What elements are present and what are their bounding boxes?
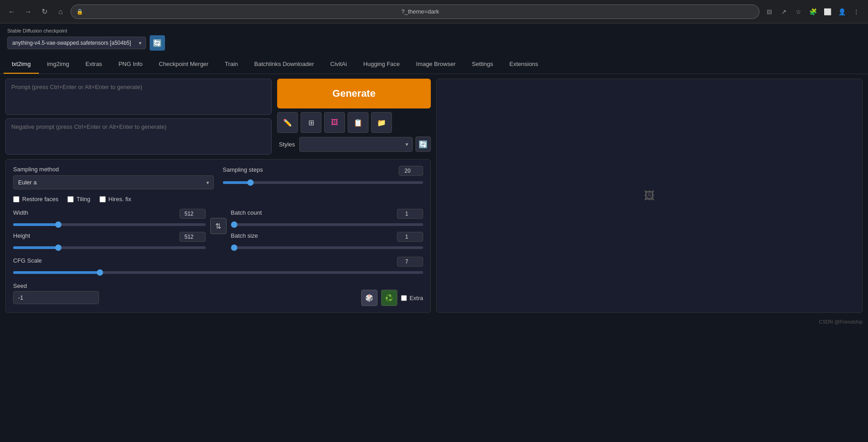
tab-img2img[interactable]: img2img xyxy=(39,55,77,74)
tab-batchlinks[interactable]: Batchlinks Downloader xyxy=(246,55,322,74)
browser-action-share[interactable]: ↗ xyxy=(778,5,790,18)
batch-count-header: Batch count xyxy=(231,209,424,219)
extra-input[interactable] xyxy=(401,295,407,301)
browser-chrome: ← → ↻ ⌂ 🔒 ?_theme=dark ⊟ ↗ ☆ 🧩 ⬜ 👤 ⋮ xyxy=(0,0,868,24)
sampling-steps-group: Sampling steps xyxy=(223,166,424,185)
cfg-slider[interactable] xyxy=(13,271,423,274)
clipboard-button[interactable]: 📋 xyxy=(348,112,368,133)
browser-action-translate[interactable]: ⊟ xyxy=(763,5,776,18)
styles-refresh-button[interactable]: 🔄 xyxy=(415,136,431,152)
generate-panel: Generate ✏️ ⊞ 🖼 📋 xyxy=(277,79,431,155)
browser-action-menu[interactable]: ⋮ xyxy=(850,5,863,18)
checkpoint-label: Stable Diffusion checkpoint xyxy=(7,28,165,33)
browser-action-window[interactable]: ⬜ xyxy=(821,5,834,18)
batch-size-label: Batch size xyxy=(231,232,258,239)
batch-count-slider[interactable] xyxy=(231,223,424,226)
tab-settings[interactable]: Settings xyxy=(464,55,501,74)
restore-faces-label: Restore faces xyxy=(22,196,58,202)
height-input[interactable] xyxy=(179,232,206,242)
tab-hugging-face[interactable]: Hugging Face xyxy=(355,55,408,74)
sampling-method-select[interactable]: Euler a Euler LMS Heun DPM2 DDIM PLMS xyxy=(13,175,214,189)
tiling-label: Tiling xyxy=(76,196,90,202)
seed-group: Seed xyxy=(13,282,358,304)
cfg-header: CFG Scale xyxy=(13,257,423,267)
extra-checkbox[interactable]: Extra xyxy=(401,295,423,301)
tab-txt2img[interactable]: txt2img xyxy=(4,55,39,74)
checkpoint-wrapper: anything-v4.5-vae-swapped.safetensors [a… xyxy=(7,37,146,49)
refresh-icon: 🔄 xyxy=(419,140,428,149)
tab-civitai[interactable]: CivitAi xyxy=(322,55,355,74)
folder-button[interactable]: 📁 xyxy=(371,112,392,133)
checkpoint-bar: Stable Diffusion checkpoint anything-v4.… xyxy=(0,24,868,55)
batch-count-label: Batch count xyxy=(231,209,262,216)
seed-dice-button[interactable]: 🎲 xyxy=(361,290,377,306)
styles-select[interactable] xyxy=(299,137,413,152)
batch-size-input[interactable] xyxy=(397,232,423,242)
prompts-column xyxy=(5,79,272,155)
seed-input[interactable] xyxy=(13,291,99,304)
tab-checkpoint-merger[interactable]: Checkpoint Merger xyxy=(151,55,217,74)
address-bar[interactable]: 🔒 ?_theme=dark xyxy=(71,5,760,19)
width-input[interactable] xyxy=(179,209,206,219)
image-placeholder-icon: 🖼 xyxy=(644,189,655,202)
browser-actions: ⊟ ↗ ☆ 🧩 ⬜ 👤 ⋮ xyxy=(763,5,863,18)
restore-faces-checkbox[interactable]: Restore faces xyxy=(13,196,58,202)
checkpoint-section: Stable Diffusion checkpoint anything-v4.… xyxy=(7,28,165,51)
seed-recycle-button[interactable]: ♻️ xyxy=(381,290,397,306)
tab-train[interactable]: Train xyxy=(217,55,246,74)
seed-label: Seed xyxy=(13,282,358,289)
swap-dimensions-button[interactable]: ⇅ xyxy=(210,218,226,234)
cfg-input[interactable] xyxy=(397,257,423,267)
clipboard-icon: 📋 xyxy=(354,118,363,127)
generate-button[interactable]: Generate xyxy=(277,79,431,108)
browser-action-profile[interactable]: 👤 xyxy=(835,5,848,18)
tab-png-info[interactable]: PNG Info xyxy=(110,55,151,74)
cfg-row: CFG Scale xyxy=(13,257,423,275)
tab-image-browser[interactable]: Image Browser xyxy=(408,55,463,74)
checkpoint-select[interactable]: anything-v4.5-vae-swapped.safetensors [a… xyxy=(7,37,146,49)
back-button[interactable]: ← xyxy=(5,5,18,18)
forward-button[interactable]: → xyxy=(22,5,34,18)
restore-faces-input[interactable] xyxy=(13,196,19,202)
sampling-method-label: Sampling method xyxy=(13,166,214,173)
cfg-label: CFG Scale xyxy=(13,257,42,264)
negative-prompt-section xyxy=(5,118,272,155)
hires-fix-input[interactable] xyxy=(99,196,106,202)
image-button[interactable]: 🖼 xyxy=(324,112,345,133)
folder-icon: 📁 xyxy=(377,118,386,127)
checkpoint-refresh-button[interactable]: 🔄 xyxy=(150,35,165,51)
batch-size-header: Batch size xyxy=(231,232,424,242)
sampling-steps-input[interactable] xyxy=(399,166,423,176)
positive-prompt-input[interactable] xyxy=(11,84,266,104)
sampling-steps-header: Sampling steps xyxy=(223,166,424,176)
batch-count-input[interactable] xyxy=(397,209,423,219)
tiling-input[interactable] xyxy=(67,196,74,202)
tiling-checkbox[interactable]: Tiling xyxy=(67,196,90,202)
sampling-steps-slider[interactable] xyxy=(223,181,424,184)
positive-prompt-section xyxy=(5,79,272,115)
seed-row: Seed 🎲 ♻️ Extra xyxy=(13,281,423,306)
tab-extensions[interactable]: Extensions xyxy=(501,55,547,74)
brush-button[interactable]: ✏️ xyxy=(277,112,298,133)
hires-fix-checkbox[interactable]: Hires. fix xyxy=(99,196,132,202)
height-label: Height xyxy=(13,232,30,239)
styles-select-wrapper xyxy=(299,137,413,152)
prompts-and-generate: Generate ✏️ ⊞ 🖼 📋 xyxy=(5,79,431,155)
styles-row: Styles 🔄 xyxy=(277,136,431,152)
styles-label: Styles xyxy=(277,141,297,148)
width-slider[interactable] xyxy=(13,223,206,226)
height-header: Height xyxy=(13,232,206,242)
width-label: Width xyxy=(13,209,28,216)
grid-button[interactable]: ⊞ xyxy=(301,112,321,133)
app-container: Stable Diffusion checkpoint anything-v4.… xyxy=(0,24,868,442)
height-slider[interactable] xyxy=(13,246,206,249)
browser-action-extensions[interactable]: 🧩 xyxy=(807,5,819,18)
browser-action-bookmark[interactable]: ☆ xyxy=(792,5,805,18)
dim-left: Width Height xyxy=(13,209,206,255)
batch-size-slider[interactable] xyxy=(231,246,424,249)
dim-right: Batch count Batch size xyxy=(231,209,424,255)
reload-button[interactable]: ↻ xyxy=(38,5,51,18)
tab-extras[interactable]: Extras xyxy=(77,55,110,74)
home-button[interactable]: ⌂ xyxy=(54,5,67,18)
negative-prompt-input[interactable] xyxy=(11,123,266,144)
